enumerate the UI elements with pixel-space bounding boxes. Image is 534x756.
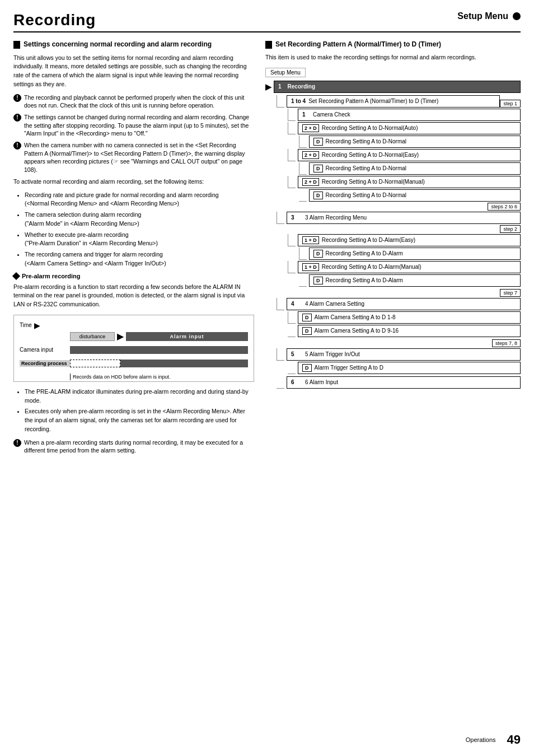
- header: Recording Setup Menu: [13, 11, 521, 32]
- row-d-alarm-2: D Recording Setting A to D-Alarm: [299, 274, 521, 287]
- connector-1d-easy: [288, 234, 296, 246]
- alarm-camera-text: 4 Alarm Camera Setting: [305, 301, 364, 307]
- connector-cam-1-8: [288, 311, 296, 324]
- row-2d-easy: 2 + D Recording Setting A to D-Normal(Ea…: [288, 149, 521, 161]
- camera-check-text: Camera Check: [313, 111, 350, 118]
- branch-1to4-row: 1 to 4 Set Recording Pattern A (Normal/T…: [277, 95, 521, 108]
- footer-page-number: 49: [507, 732, 521, 747]
- arrow-right-icon: ▶: [117, 331, 124, 342]
- camera-input-label: Camera input: [20, 347, 70, 353]
- diagram-note: Records data on HDD before alarm is inpu…: [70, 374, 171, 380]
- node-cam-9-16: D Alarm Camera Setting A to D 9-16: [298, 325, 521, 337]
- two-col-layout: Settings concerning normal recording and…: [13, 40, 521, 458]
- alarm-input-num: 6: [291, 379, 299, 385]
- warning-text-1: The recording and playback cannot be per…: [24, 94, 254, 110]
- alarm-camera-connector: [277, 298, 284, 310]
- warning-text-2: The settings cannot be changed during no…: [24, 113, 254, 138]
- pre-alarm-heading-text: Pre-alarm recording: [22, 273, 81, 279]
- warning-item-4: ! When a pre-alarm recording starts duri…: [13, 438, 254, 455]
- section2-icon: [265, 41, 272, 49]
- node-d-alarm-2: D Recording Setting A to D-Alarm: [309, 274, 521, 287]
- normal-rows: 2 + D Recording Setting A to D-Normal(Au…: [288, 122, 521, 202]
- prefix-cam-1-8: D: [302, 314, 312, 321]
- warning-text-3: When the camera number with no camera co…: [24, 141, 254, 174]
- node-cam-1-8: D Alarm Camera Setting A to D 1-8: [298, 311, 521, 324]
- warning-icon-4: !: [13, 439, 21, 447]
- section1-heading: Settings concerning normal recording and…: [13, 40, 254, 49]
- connector-d-alarm-2: [299, 274, 307, 287]
- alarm-rec-text: 3 Alarm Recording Menu: [305, 214, 367, 221]
- tree-diagram: ▶ 1 Recording 1 to 4 Set Recording Patte…: [265, 81, 521, 389]
- text-1d-manual: Recording Setting A to D-Alarm(Manual): [322, 264, 421, 270]
- bullet2-item-1: The PRE-ALARM indicator illuminates duri…: [25, 388, 254, 405]
- root-node: 1 Recording: [274, 81, 521, 93]
- section2-heading: Set Recording Pattern A (Normal/Timer) t…: [265, 40, 521, 49]
- step7-badge-row: step 7: [265, 289, 521, 297]
- row-d-cam-1-8: D Alarm Camera Setting A to D 1-8: [288, 311, 521, 324]
- alarm-trigger-connector: [277, 348, 284, 361]
- row-d-normal-3: D Recording Setting A to D-Normal: [299, 189, 521, 202]
- connector-d-alarm-1: [299, 248, 307, 260]
- disturbance-bar: disturbance: [70, 332, 115, 341]
- alarm-trigger-d-row: D Alarm Trigger Setting A to D: [288, 362, 521, 374]
- node-alarm-camera: 4 4 Alarm Camera Setting: [287, 298, 521, 310]
- bullet-item-1: Recording rate and picture grade for nor…: [25, 191, 254, 209]
- time-arrow-icon: ▶: [34, 321, 40, 330]
- alarm-trigger-d-connector: [288, 362, 296, 374]
- prefix-d-alarm-2: D: [313, 277, 323, 284]
- bullet-item-2: The camera selection during alarm record…: [25, 211, 254, 228]
- row-d-cam-9-16: D Alarm Camera Setting A to D 9-16: [288, 325, 521, 337]
- alarm-camera-section: 4 4 Alarm Camera Setting D Alarm Camera …: [277, 298, 521, 337]
- prefix-2d-manual: 2 + D: [302, 178, 319, 186]
- text-1d-easy: Recording Setting A to D-Alarm(Easy): [322, 237, 415, 243]
- recording-dashed-bar: [70, 360, 120, 367]
- text-d-normal-2: Recording Setting A to D-Normal: [326, 165, 407, 171]
- warning-item-3: ! When the camera number with no camera …: [13, 141, 254, 174]
- header-dot-icon: [513, 12, 521, 20]
- prefix-2d-easy: 2 + D: [302, 151, 319, 159]
- activate-intro: To activate normal recording and alarm r…: [13, 178, 254, 186]
- footer-ops-label: Operations: [466, 736, 496, 743]
- diagram-note-text: Records data on HDD before alarm is inpu…: [73, 374, 171, 380]
- warning-item-2: ! The settings cannot be changed during …: [13, 113, 254, 138]
- prefix-cam-9-16: D: [302, 327, 312, 335]
- alarm-input-row: 6 6 Alarm Input: [277, 376, 521, 389]
- row-2d-manual: 2 + D Recording Setting A to D-Normal(Ma…: [288, 176, 521, 188]
- alarm-camera-num: 4: [291, 301, 299, 307]
- row-d-normal-1: D Recording Setting A to D-Normal: [299, 136, 521, 148]
- row-1d-easy: 1 + D Recording Setting A to D-Alarm(Eas…: [288, 234, 521, 246]
- diagram-camera-row: Camera input: [20, 344, 248, 356]
- section1-body: This unit allows you to set the setting …: [13, 54, 254, 89]
- alarm-rec-menu-connector: [277, 212, 284, 224]
- node-2d-auto: 2 + D Recording Setting A to D-Normal(Au…: [298, 122, 521, 134]
- node-camera-check: 1 Camera Check: [298, 109, 521, 121]
- recording-process-label: Recording process: [20, 360, 70, 367]
- node-1d-manual: 1 + D Recording Setting A to D-Alarm(Man…: [298, 261, 521, 273]
- recording-solid-bar: [120, 360, 248, 367]
- section2-body: This item is used to make the recording …: [265, 53, 521, 62]
- prefix-d-normal-1: D: [313, 138, 323, 146]
- pre-alarm-heading: Pre-alarm recording: [13, 273, 254, 279]
- text-2d-auto: Recording Setting A to D-Normal(Auto): [322, 125, 418, 131]
- alarm-rec-num: 3: [291, 214, 299, 221]
- step2-6-badge: steps 2 to 6: [488, 203, 521, 211]
- node-d-normal-2: D Recording Setting A to D-Normal: [309, 162, 521, 175]
- text-d-alarm-1: Recording Setting A to D-Alarm: [326, 250, 403, 256]
- step2-badge-row: step 2: [277, 225, 521, 233]
- connector-d-normal-1: [299, 136, 307, 148]
- node-1to4: 1 to 4 Set Recording Pattern A (Normal/T…: [287, 95, 500, 108]
- step7-badge: step 7: [500, 289, 521, 297]
- pre-alarm-body: Pre-alarm recording is a function to sta…: [13, 283, 254, 309]
- header-right: Setup Menu: [457, 11, 521, 21]
- alarm-trigger-text: 5 Alarm Trigger In/Out: [305, 351, 360, 357]
- node-d-normal-3: D Recording Setting A to D-Normal: [309, 189, 521, 202]
- bullet-item-4: The recording camera and trigger for ala…: [25, 250, 254, 268]
- bullet-list-2: The PRE-ALARM indicator illuminates duri…: [18, 388, 254, 434]
- warning-icon-2: !: [13, 114, 21, 122]
- diagram-time-row: Time ▶: [20, 321, 248, 330]
- text-d-normal-1: Recording Setting A to D-Normal: [326, 138, 407, 144]
- text-d-normal-3: Recording Setting A to D-Normal: [326, 192, 407, 198]
- diagram-recording-row: Recording process: [20, 358, 248, 369]
- node-2d-manual: 2 + D Recording Setting A to D-Normal(Ma…: [298, 176, 521, 188]
- row-2d-auto: 2 + D Recording Setting A to D-Normal(Au…: [288, 122, 521, 134]
